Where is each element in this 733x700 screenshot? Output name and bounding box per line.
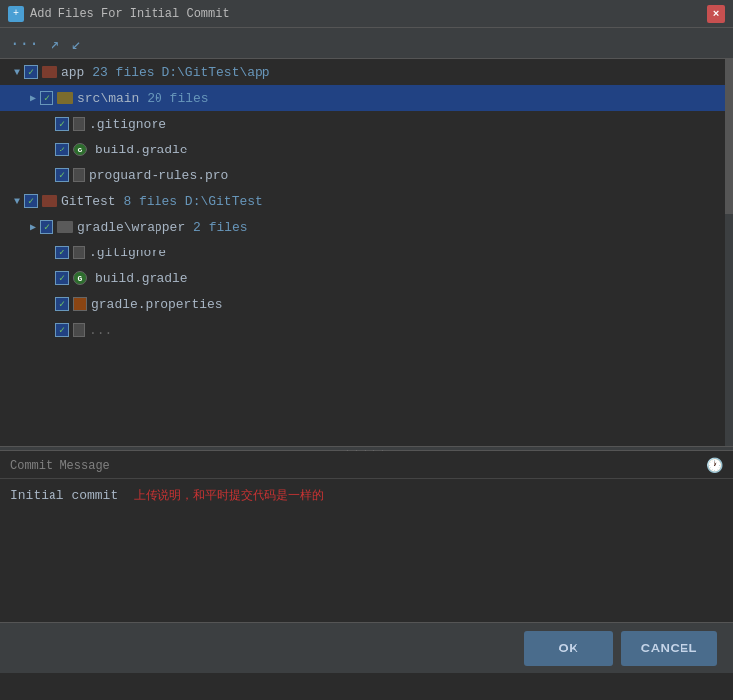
commit-message-hint: 上传说明，和平时提交代码是一样的 [134, 489, 324, 503]
label-pg: proguard-rules.pro [89, 168, 228, 183]
checkbox-gp[interactable] [55, 297, 69, 311]
commit-header: Commit Message 🕐 [0, 451, 733, 479]
label-gw: gradle\wrapper 2 files [77, 220, 248, 235]
dots-icon[interactable]: ··· [10, 35, 39, 52]
commit-section-label: Commit Message [10, 459, 110, 473]
collapse-icon[interactable]: ↙ [71, 34, 81, 53]
tree-item-app-root[interactable]: ▼ app 23 files D:\GitTest\app [0, 59, 733, 85]
scrollbar[interactable] [725, 59, 733, 446]
tree-item-build-gradle-2[interactable]: G build.gradle [0, 265, 733, 291]
clock-icon[interactable]: 🕐 [706, 457, 723, 474]
label-gi2: .gitignore [89, 246, 166, 260]
folder-icon-gw [57, 221, 73, 233]
folder-icon-src [57, 92, 73, 104]
tree-item-build-gradle-1[interactable]: G build.gradle [0, 137, 733, 162]
expand-arrow-gw[interactable]: ▶ [26, 221, 40, 233]
tree-item-src-main[interactable]: ▶ src\main 20 files [0, 85, 733, 111]
title-bar: + Add Files For Initial Commit × [0, 0, 733, 28]
folder-icon-gt [42, 195, 57, 207]
label-app: app 23 files D:\GitTest\app [61, 65, 270, 80]
label-src: src\main 20 files [77, 91, 209, 106]
label-bg2: build.gradle [95, 271, 188, 286]
tree-item-gradle-props[interactable]: gradle.properties [0, 291, 733, 317]
checkbox-app[interactable] [24, 65, 38, 79]
scrollbar-thumb[interactable] [725, 59, 733, 214]
tree-item-proguard[interactable]: proguard-rules.pro [0, 162, 733, 188]
window-title: Add Files For Initial Commit [30, 7, 230, 21]
close-button[interactable]: × [707, 5, 725, 23]
checkbox-bg2[interactable] [55, 271, 69, 285]
checkbox-bg1[interactable] [55, 143, 69, 156]
folder-icon-app [42, 66, 57, 78]
file-icon-gp [73, 297, 87, 311]
app-icon: + [8, 6, 24, 22]
expand-arrow-app[interactable]: ▼ [10, 67, 24, 78]
checkbox-gt[interactable] [24, 194, 38, 208]
checkbox-pg[interactable] [55, 168, 69, 182]
label-bg1: build.gradle [95, 143, 188, 157]
tree-item-gitignore-2[interactable]: .gitignore [0, 240, 733, 265]
toolbar: ··· ↗ ↙ [0, 28, 733, 59]
expand-icon[interactable]: ↗ [51, 34, 60, 53]
file-icon-gi2 [73, 246, 85, 259]
ok-button[interactable]: OK [524, 631, 613, 666]
label-gi1: .gitignore [89, 117, 166, 132]
title-bar-left: + Add Files For Initial Commit [8, 6, 230, 22]
cancel-button[interactable]: CANCEL [621, 631, 717, 666]
file-icon-gradle1: G [73, 143, 87, 156]
file-icon-gi1 [73, 117, 85, 131]
expand-arrow-gt[interactable]: ▼ [10, 196, 24, 207]
tree-item-gradle-wrapper[interactable]: ▶ gradle\wrapper 2 files [0, 214, 733, 240]
main-content: ··· ↗ ↙ ▼ app 23 files D:\GitTest\app ▶ … [0, 28, 733, 673]
label-gt: GitTest 8 files D:\GitTest [61, 194, 262, 209]
file-icon-el [73, 323, 85, 337]
tree-item-gittest-root[interactable]: ▼ GitTest 8 files D:\GitTest [0, 188, 733, 214]
commit-message-text: Initial commit [10, 488, 118, 503]
label-el: ... [89, 323, 112, 338]
file-tree: ▼ app 23 files D:\GitTest\app ▶ src\main… [0, 59, 733, 446]
checkbox-gw[interactable] [40, 220, 53, 234]
tree-item-gitignore-1[interactable]: .gitignore [0, 111, 733, 137]
file-icon-pg [73, 168, 85, 182]
label-gp: gradle.properties [91, 297, 223, 312]
checkbox-el[interactable] [55, 323, 69, 337]
checkbox-src[interactable] [40, 91, 53, 105]
tree-item-ellipsis[interactable]: ... [0, 317, 733, 343]
commit-message-area[interactable]: Initial commit 上传说明，和平时提交代码是一样的 [0, 479, 733, 598]
checkbox-gi1[interactable] [55, 117, 69, 131]
bottom-bar: OK CANCEL [0, 622, 733, 673]
file-icon-gradle2: G [73, 271, 87, 285]
expand-arrow-src[interactable]: ▶ [26, 92, 40, 104]
checkbox-gi2[interactable] [55, 246, 69, 259]
